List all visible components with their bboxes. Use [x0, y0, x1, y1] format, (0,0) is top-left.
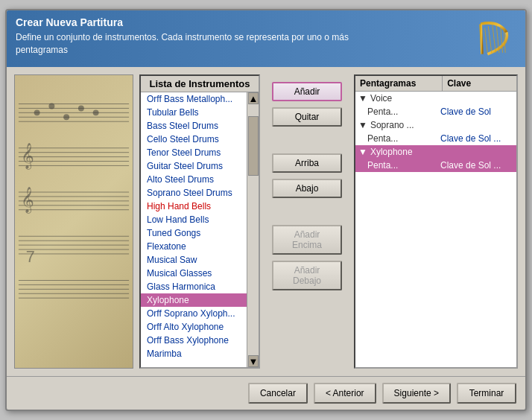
btn-spacer-2 — [272, 204, 342, 219]
create-score-dialog: Crear Nueva Partitura Define un conjunto… — [5, 9, 527, 411]
sheet-music-svg: 𝄞 𝄞 7 — [15, 75, 133, 368]
list-item[interactable]: Tubular Bells — [141, 106, 247, 119]
svg-point-34 — [48, 104, 54, 109]
svg-line-0 — [481, 24, 482, 54]
right-col-pentagrams: Pentagramas — [355, 76, 443, 91]
sheet-music-panel: 𝄞 𝄞 7 — [14, 74, 133, 369]
dialog-header: Crear Nueva Partitura Define un conjunto… — [7, 10, 525, 67]
svg-line-6 — [500, 27, 502, 53]
list-item[interactable]: Cello Steel Drums — [141, 133, 247, 146]
dialog-footer: Cancelar < Anterior Siguiente > Terminar — [7, 376, 525, 410]
list-item[interactable]: High Hand Bells — [141, 200, 247, 213]
svg-point-36 — [78, 105, 84, 111]
instrument-list-header: Lista de Instrumentos — [141, 76, 259, 92]
buttons-panel: Añadir Quitar Arriba Abajo Añadir Encima… — [266, 74, 348, 369]
instrument-list-box: Lista de Instrumentos Orff Bass Metallop… — [139, 74, 260, 369]
right-section-header[interactable]: ▼Voice — [355, 92, 516, 105]
cancel-button[interactable]: Cancelar — [248, 383, 308, 404]
add-below-button[interactable]: Añadir Debajo — [272, 261, 342, 290]
right-list-item[interactable]: Penta...Clave de Sol ... — [355, 159, 516, 172]
down-button[interactable]: Abajo — [272, 179, 342, 198]
instrument-list-content[interactable]: Orff Bass Metalloph...Tubular BellsBass … — [141, 92, 247, 367]
right-col-clef: Clave — [443, 76, 516, 91]
svg-text:7: 7 — [26, 247, 35, 266]
svg-line-3 — [488, 26, 492, 53]
svg-point-35 — [63, 114, 69, 120]
list-item[interactable]: Orff Soprano Xyloph... — [141, 307, 247, 320]
add-above-button[interactable]: Añadir Encima — [272, 225, 342, 255]
list-item[interactable]: Alto Steel Drums — [141, 173, 247, 186]
scrollbar-down-arrow[interactable]: ▼ — [248, 355, 259, 367]
list-item[interactable]: Marimba — [141, 347, 247, 360]
svg-text:𝄞: 𝄞 — [21, 187, 34, 214]
list-item[interactable]: Orff Bass Xylophone — [141, 334, 247, 347]
right-panel: Pentagramas Clave ▼VoicePenta...Clave de… — [354, 74, 518, 369]
prev-button[interactable]: < Anterior — [314, 383, 376, 404]
list-item[interactable]: Bass Steel Drums — [141, 119, 247, 133]
remove-button[interactable]: Quitar — [272, 107, 342, 127]
finish-button[interactable]: Terminar — [457, 383, 516, 404]
right-section-header[interactable]: ▼Xylophone — [355, 145, 516, 159]
right-list-box: Pentagramas Clave ▼VoicePenta...Clave de… — [354, 74, 518, 369]
list-item[interactable]: Soprano Steel Drums — [141, 186, 247, 200]
right-list-item[interactable]: Penta...Clave de Sol — [355, 105, 516, 118]
btn-spacer-1 — [272, 133, 342, 147]
dialog-title: Crear Nueva Partitura — [16, 16, 388, 28]
harp-icon-container — [472, 16, 516, 61]
list-with-scroll: Orff Bass Metalloph...Tubular BellsBass … — [141, 92, 259, 367]
list-item[interactable]: Low Hand Bells — [141, 213, 247, 226]
svg-text:𝄞: 𝄞 — [21, 143, 34, 170]
list-item[interactable]: Guitar Steel Drums — [141, 159, 247, 173]
harp-icon — [474, 19, 515, 60]
right-list-content[interactable]: ▼VoicePenta...Clave de Sol▼Soprano ...Pe… — [355, 92, 516, 367]
scrollbar-track[interactable]: ▲ ▼ — [247, 92, 259, 367]
svg-line-4 — [492, 25, 495, 53]
sheet-music-bg: 𝄞 𝄞 7 — [15, 75, 133, 368]
center-panel: Lista de Instrumentos Orff Bass Metallop… — [139, 74, 260, 369]
dialog-subtitle: Define un conjunto de instrumentos. Cada… — [16, 31, 388, 57]
next-button[interactable]: Siguiente > — [382, 383, 451, 404]
scrollbar-up-arrow[interactable]: ▲ — [248, 92, 259, 104]
right-section-header[interactable]: ▼Soprano ... — [355, 118, 516, 132]
list-item[interactable]: Orff Alto Xylophone — [141, 320, 247, 334]
list-item[interactable]: Tuned Gongs — [141, 226, 247, 240]
dialog-header-text: Crear Nueva Partitura Define un conjunto… — [16, 16, 388, 57]
list-item[interactable]: Glass Harmonica — [141, 280, 247, 293]
list-item[interactable]: Orff Bass Metalloph... — [141, 92, 247, 106]
list-item[interactable]: Musical Saw — [141, 253, 247, 267]
svg-point-37 — [93, 109, 99, 115]
list-item[interactable]: Flexatone — [141, 240, 247, 253]
up-button[interactable]: Arriba — [272, 153, 342, 173]
svg-point-33 — [34, 109, 40, 115]
add-button[interactable]: Añadir — [272, 82, 342, 101]
dialog-body: 𝄞 𝄞 7 Lista de Instrumentos Orff Bass Me… — [7, 67, 525, 376]
right-list-item[interactable]: Penta...Clave de Sol ... — [355, 132, 516, 145]
list-item[interactable]: Xylophone — [141, 293, 247, 307]
right-list-header: Pentagramas Clave — [355, 76, 516, 92]
list-item[interactable]: Tenor Steel Drums — [141, 146, 247, 159]
scrollbar-thumb[interactable] — [248, 116, 259, 176]
svg-line-2 — [484, 28, 487, 52]
list-item[interactable]: Musical Glasses — [141, 267, 247, 280]
